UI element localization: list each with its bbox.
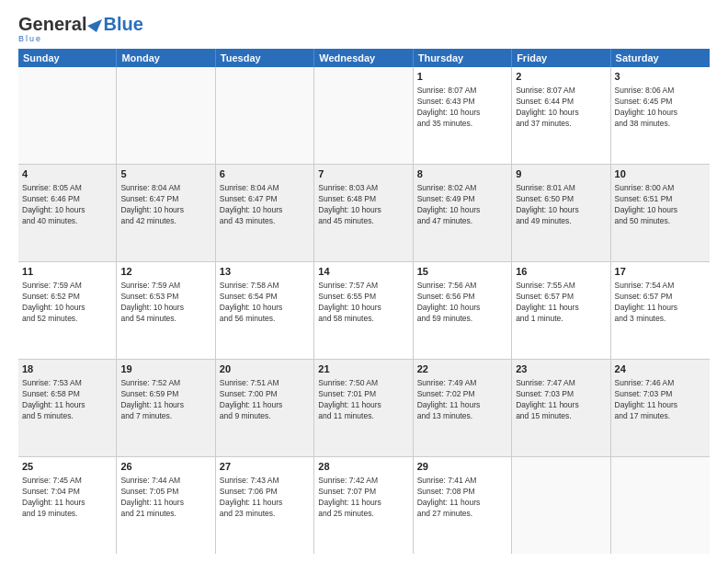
- day-number: 7: [318, 167, 408, 181]
- day-info: Sunrise: 7:58 AM Sunset: 6:54 PM Dayligh…: [220, 281, 310, 325]
- header-cell-sunday: Sunday: [18, 49, 117, 67]
- logo-bird-icon: [87, 19, 102, 32]
- day-number: 24: [615, 362, 706, 376]
- day-info: Sunrise: 8:04 AM Sunset: 6:47 PM Dayligh…: [120, 183, 210, 227]
- svg-marker-0: [87, 19, 102, 32]
- day-info: Sunrise: 7:46 AM Sunset: 7:03 PM Dayligh…: [615, 378, 706, 422]
- day-info: Sunrise: 7:57 AM Sunset: 6:55 PM Dayligh…: [318, 281, 408, 325]
- day-info: Sunrise: 7:41 AM Sunset: 7:08 PM Dayligh…: [417, 476, 507, 520]
- day-cell-17: 17Sunrise: 7:54 AM Sunset: 6:57 PM Dayli…: [611, 262, 710, 359]
- header: GeneralBlue Blue: [18, 15, 710, 43]
- day-number: 8: [417, 167, 507, 181]
- empty-cell: [611, 457, 710, 554]
- day-cell-24: 24Sunrise: 7:46 AM Sunset: 7:03 PM Dayli…: [611, 360, 710, 456]
- week-row-1: 1Sunrise: 8:07 AM Sunset: 6:43 PM Daylig…: [18, 67, 710, 165]
- day-cell-5: 5Sunrise: 8:04 AM Sunset: 6:47 PM Daylig…: [117, 165, 215, 261]
- day-number: 10: [615, 167, 706, 181]
- day-number: 25: [22, 460, 112, 474]
- day-cell-16: 16Sunrise: 7:55 AM Sunset: 6:57 PM Dayli…: [512, 262, 610, 359]
- day-number: 13: [220, 265, 310, 279]
- day-number: 28: [318, 460, 408, 474]
- day-cell-7: 7Sunrise: 8:03 AM Sunset: 6:48 PM Daylig…: [314, 165, 413, 261]
- day-info: Sunrise: 7:42 AM Sunset: 7:07 PM Dayligh…: [318, 476, 408, 520]
- day-number: 2: [516, 70, 606, 84]
- day-number: 21: [318, 362, 408, 376]
- day-number: 4: [22, 167, 112, 181]
- day-info: Sunrise: 8:00 AM Sunset: 6:51 PM Dayligh…: [615, 183, 706, 227]
- week-row-5: 25Sunrise: 7:45 AM Sunset: 7:04 PM Dayli…: [18, 457, 710, 554]
- week-row-4: 18Sunrise: 7:53 AM Sunset: 6:58 PM Dayli…: [18, 360, 710, 457]
- day-number: 15: [417, 265, 507, 279]
- day-info: Sunrise: 7:43 AM Sunset: 7:06 PM Dayligh…: [220, 476, 310, 520]
- day-info: Sunrise: 7:56 AM Sunset: 6:56 PM Dayligh…: [417, 281, 507, 325]
- day-cell-27: 27Sunrise: 7:43 AM Sunset: 7:06 PM Dayli…: [216, 457, 314, 554]
- day-number: 17: [615, 265, 706, 279]
- day-info: Sunrise: 7:53 AM Sunset: 6:58 PM Dayligh…: [22, 378, 112, 422]
- day-cell-26: 26Sunrise: 7:44 AM Sunset: 7:05 PM Dayli…: [117, 457, 215, 554]
- empty-cell: [117, 67, 215, 164]
- day-info: Sunrise: 8:06 AM Sunset: 6:45 PM Dayligh…: [615, 86, 706, 130]
- day-cell-12: 12Sunrise: 7:59 AM Sunset: 6:53 PM Dayli…: [117, 262, 215, 359]
- day-info: Sunrise: 7:45 AM Sunset: 7:04 PM Dayligh…: [22, 476, 112, 520]
- day-info: Sunrise: 7:44 AM Sunset: 7:05 PM Dayligh…: [120, 476, 210, 520]
- header-cell-thursday: Thursday: [414, 49, 512, 67]
- day-info: Sunrise: 7:50 AM Sunset: 7:01 PM Dayligh…: [318, 378, 408, 422]
- day-info: Sunrise: 8:05 AM Sunset: 6:46 PM Dayligh…: [22, 183, 112, 227]
- day-cell-10: 10Sunrise: 8:00 AM Sunset: 6:51 PM Dayli…: [611, 165, 710, 261]
- day-info: Sunrise: 8:02 AM Sunset: 6:49 PM Dayligh…: [417, 183, 507, 227]
- day-info: Sunrise: 7:49 AM Sunset: 7:02 PM Dayligh…: [417, 378, 507, 422]
- day-info: Sunrise: 7:55 AM Sunset: 6:57 PM Dayligh…: [516, 281, 606, 325]
- header-cell-friday: Friday: [512, 49, 610, 67]
- day-cell-29: 29Sunrise: 7:41 AM Sunset: 7:08 PM Dayli…: [414, 457, 512, 554]
- day-cell-15: 15Sunrise: 7:56 AM Sunset: 6:56 PM Dayli…: [414, 262, 512, 359]
- day-number: 6: [220, 167, 310, 181]
- day-cell-20: 20Sunrise: 7:51 AM Sunset: 7:00 PM Dayli…: [216, 360, 314, 456]
- day-number: 16: [516, 265, 606, 279]
- day-info: Sunrise: 7:51 AM Sunset: 7:00 PM Dayligh…: [220, 378, 310, 422]
- day-info: Sunrise: 7:52 AM Sunset: 6:59 PM Dayligh…: [120, 378, 210, 422]
- day-cell-19: 19Sunrise: 7:52 AM Sunset: 6:59 PM Dayli…: [117, 360, 215, 456]
- day-cell-21: 21Sunrise: 7:50 AM Sunset: 7:01 PM Dayli…: [314, 360, 413, 456]
- calendar: SundayMondayTuesdayWednesdayThursdayFrid…: [18, 49, 710, 554]
- day-cell-6: 6Sunrise: 8:04 AM Sunset: 6:47 PM Daylig…: [216, 165, 314, 261]
- day-number: 20: [220, 362, 310, 376]
- day-cell-13: 13Sunrise: 7:58 AM Sunset: 6:54 PM Dayli…: [216, 262, 314, 359]
- day-cell-9: 9Sunrise: 8:01 AM Sunset: 6:50 PM Daylig…: [512, 165, 610, 261]
- day-info: Sunrise: 8:04 AM Sunset: 6:47 PM Dayligh…: [220, 183, 310, 227]
- logo: GeneralBlue Blue: [18, 15, 143, 43]
- day-cell-25: 25Sunrise: 7:45 AM Sunset: 7:04 PM Dayli…: [18, 457, 117, 554]
- day-cell-1: 1Sunrise: 8:07 AM Sunset: 6:43 PM Daylig…: [414, 67, 512, 164]
- day-number: 3: [615, 70, 706, 84]
- empty-cell: [216, 67, 314, 164]
- day-number: 23: [516, 362, 606, 376]
- logo-text: GeneralBlue: [18, 15, 143, 33]
- day-number: 27: [220, 460, 310, 474]
- header-cell-monday: Monday: [117, 49, 215, 67]
- day-number: 18: [22, 362, 112, 376]
- day-cell-18: 18Sunrise: 7:53 AM Sunset: 6:58 PM Dayli…: [18, 360, 117, 456]
- day-cell-2: 2Sunrise: 8:07 AM Sunset: 6:44 PM Daylig…: [512, 67, 610, 164]
- day-cell-4: 4Sunrise: 8:05 AM Sunset: 6:46 PM Daylig…: [18, 165, 117, 261]
- header-cell-saturday: Saturday: [611, 49, 710, 67]
- day-cell-23: 23Sunrise: 7:47 AM Sunset: 7:03 PM Dayli…: [512, 360, 610, 456]
- day-info: Sunrise: 8:01 AM Sunset: 6:50 PM Dayligh…: [516, 183, 606, 227]
- day-info: Sunrise: 8:03 AM Sunset: 6:48 PM Dayligh…: [318, 183, 408, 227]
- day-info: Sunrise: 7:47 AM Sunset: 7:03 PM Dayligh…: [516, 378, 606, 422]
- calendar-header: SundayMondayTuesdayWednesdayThursdayFrid…: [18, 49, 710, 67]
- header-cell-wednesday: Wednesday: [314, 49, 413, 67]
- day-number: 26: [120, 460, 210, 474]
- day-number: 22: [417, 362, 507, 376]
- page: GeneralBlue Blue SundayMondayTuesdayWedn…: [0, 0, 728, 563]
- day-number: 19: [120, 362, 210, 376]
- week-row-2: 4Sunrise: 8:05 AM Sunset: 6:46 PM Daylig…: [18, 165, 710, 262]
- day-number: 12: [120, 265, 210, 279]
- week-row-3: 11Sunrise: 7:59 AM Sunset: 6:52 PM Dayli…: [18, 262, 710, 360]
- day-info: Sunrise: 7:59 AM Sunset: 6:53 PM Dayligh…: [120, 281, 210, 325]
- empty-cell: [512, 457, 610, 554]
- day-info: Sunrise: 7:59 AM Sunset: 6:52 PM Dayligh…: [22, 281, 112, 325]
- day-cell-8: 8Sunrise: 8:02 AM Sunset: 6:49 PM Daylig…: [414, 165, 512, 261]
- day-number: 1: [417, 70, 507, 84]
- day-cell-14: 14Sunrise: 7:57 AM Sunset: 6:55 PM Dayli…: [314, 262, 413, 359]
- day-number: 29: [417, 460, 507, 474]
- day-number: 9: [516, 167, 606, 181]
